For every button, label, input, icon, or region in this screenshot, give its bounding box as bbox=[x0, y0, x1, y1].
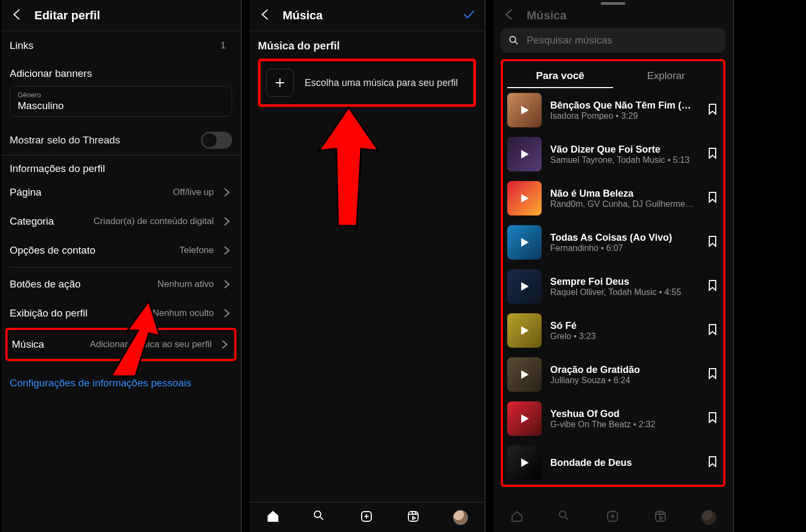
nav-profile-avatar[interactable] bbox=[453, 510, 468, 525]
row-value: 1 bbox=[221, 40, 226, 51]
song-cover bbox=[507, 93, 542, 127]
tab-explore[interactable]: Explorar bbox=[613, 63, 719, 88]
song-row[interactable]: Vão Dizer Que Foi SorteSamuel Tayrone, T… bbox=[507, 132, 719, 176]
behind-bottom-nav bbox=[493, 502, 733, 532]
panel-music-search: Música Música do perfil Para você Explor… bbox=[493, 0, 734, 532]
plus-icon bbox=[266, 69, 294, 97]
row-label: Opções de contato bbox=[10, 245, 179, 256]
play-icon bbox=[507, 93, 542, 127]
song-title: Só Fé bbox=[550, 320, 697, 332]
song-row[interactable]: Bênçãos Que Não Têm Fim (Coun…Isadora Po… bbox=[507, 88, 719, 132]
row-label: Mostrar selo do Threads bbox=[10, 134, 201, 146]
field-value: Masculino bbox=[18, 100, 224, 112]
song-row[interactable]: Oração de GratidãoJulliany Souza • 6:24 bbox=[507, 353, 719, 397]
song-title: Não é Uma Beleza bbox=[550, 188, 697, 199]
personal-info-settings-link[interactable]: Configurações de informações pessoais bbox=[1, 361, 241, 405]
chevron-right-icon bbox=[220, 245, 232, 256]
play-icon bbox=[507, 225, 542, 260]
chevron-right-icon bbox=[218, 339, 230, 350]
row-contato[interactable]: Opções de contato Telefone bbox=[1, 236, 241, 265]
row-botoes-acao[interactable]: Botões de ação Nenhum ativo bbox=[1, 270, 241, 299]
song-meta: Oração de GratidãoJulliany Souza • 6:24 bbox=[550, 364, 697, 385]
bookmark-icon[interactable] bbox=[706, 235, 719, 250]
confirm-icon[interactable] bbox=[462, 8, 476, 24]
song-cover bbox=[507, 313, 542, 348]
song-meta: Sempre Foi DeusRaquel Olliver, Todah Mus… bbox=[550, 276, 697, 297]
row-categoria[interactable]: Categoria Criador(a) de conteúdo digital bbox=[1, 207, 241, 236]
bookmark-icon[interactable] bbox=[706, 411, 719, 426]
nav-home-icon[interactable] bbox=[266, 509, 280, 526]
header-title: Editar perfil bbox=[34, 9, 100, 23]
row-label: Categoria bbox=[10, 215, 93, 227]
row-value: Off/live up bbox=[173, 187, 214, 198]
bookmark-icon[interactable] bbox=[706, 103, 719, 118]
svg-marker-4 bbox=[319, 107, 378, 226]
song-subtitle: Isadora Pompeo • 3:29 bbox=[550, 111, 697, 121]
song-meta: Não é Uma BelezaRand0m, GV Cunha, DJ Gui… bbox=[550, 188, 697, 209]
bookmark-icon[interactable] bbox=[706, 147, 719, 162]
song-row[interactable]: Não é Uma BelezaRand0m, GV Cunha, DJ Gui… bbox=[507, 176, 719, 220]
song-title: Vão Dizer Que Foi Sorte bbox=[550, 144, 697, 155]
play-icon bbox=[507, 401, 542, 436]
nav-add-icon[interactable] bbox=[359, 509, 373, 526]
nav-search-icon bbox=[558, 509, 572, 526]
search-field[interactable] bbox=[526, 34, 718, 47]
song-cover bbox=[507, 269, 542, 304]
highlight-songs: Para você Explorar Bênçãos Que Não Têm F… bbox=[501, 59, 725, 487]
back-icon[interactable] bbox=[10, 8, 24, 24]
song-title: Bondade de Deus bbox=[550, 457, 697, 469]
row-label: Página bbox=[10, 186, 173, 198]
chevron-right-icon bbox=[220, 307, 232, 319]
bookmark-icon[interactable] bbox=[706, 191, 719, 206]
song-title: Bênçãos Que Não Têm Fim (Coun… bbox=[550, 100, 697, 111]
bookmark-icon[interactable] bbox=[706, 367, 719, 382]
song-meta: Só FéGrelo • 3:23 bbox=[550, 320, 697, 341]
song-subtitle: Fernandinho • 6:07 bbox=[550, 243, 697, 253]
tab-for-you[interactable]: Para você bbox=[507, 63, 613, 88]
sheet-handle[interactable] bbox=[601, 2, 625, 5]
play-icon bbox=[507, 269, 542, 304]
row-value: Adicionar música ao seu perfil bbox=[90, 339, 212, 350]
row-musica[interactable]: Música Adicionar música ao seu perfil bbox=[8, 330, 234, 359]
bookmark-icon[interactable] bbox=[706, 279, 719, 294]
nav-add-icon bbox=[606, 509, 620, 526]
song-row[interactable]: Só FéGrelo • 3:23 bbox=[507, 308, 719, 353]
song-row[interactable]: Sempre Foi DeusRaquel Olliver, Todah Mus… bbox=[507, 264, 719, 308]
panel-edit-profile: Editar perfil Links 1 Adicionar banners … bbox=[1, 0, 242, 532]
back-icon[interactable] bbox=[258, 8, 272, 24]
song-row[interactable]: Bondade de Deus bbox=[507, 441, 719, 485]
song-meta: Bênçãos Que Não Têm Fim (Coun…Isadora Po… bbox=[550, 100, 697, 121]
song-cover bbox=[507, 137, 542, 171]
nav-search-icon[interactable] bbox=[313, 509, 327, 526]
section-title: Informações do perfil bbox=[1, 155, 241, 178]
bookmark-icon[interactable] bbox=[706, 455, 719, 470]
row-links[interactable]: Links 1 bbox=[1, 31, 241, 60]
row-value: Criador(a) de conteúdo digital bbox=[93, 216, 214, 227]
search-input[interactable] bbox=[501, 28, 725, 53]
header: Editar perfil bbox=[1, 0, 241, 31]
bottom-nav bbox=[249, 502, 485, 532]
header-title: Música bbox=[283, 9, 323, 23]
row-exibicao[interactable]: Exibição do perfil Nenhum oculto bbox=[1, 299, 241, 328]
song-list: Bênçãos Que Não Têm Fim (Coun…Isadora Po… bbox=[507, 88, 719, 485]
gender-select[interactable]: Gênero Masculino bbox=[10, 86, 232, 117]
panel-music: Música Música do perfil Escolha uma músi… bbox=[249, 0, 486, 532]
row-value: Telefone bbox=[179, 245, 214, 256]
play-icon bbox=[507, 357, 542, 392]
row-label: Exibição do perfil bbox=[10, 307, 153, 319]
bookmark-icon[interactable] bbox=[706, 323, 719, 338]
field-label: Gênero bbox=[18, 91, 224, 100]
song-title: Sempre Foi Deus bbox=[550, 276, 697, 287]
play-icon bbox=[507, 445, 542, 480]
song-row[interactable]: Todas As Coisas (Ao Vivo)Fernandinho • 6… bbox=[507, 220, 719, 264]
nav-reels-icon[interactable] bbox=[406, 509, 420, 526]
song-subtitle: Samuel Tayrone, Todah Music • 5:13 bbox=[550, 155, 697, 165]
song-title: Todas As Coisas (Ao Vivo) bbox=[550, 232, 697, 243]
song-subtitle: G-vibe On The Beatz • 2:32 bbox=[550, 420, 697, 429]
threads-toggle[interactable] bbox=[201, 132, 232, 149]
row-pagina[interactable]: Página Off/live up bbox=[1, 178, 241, 207]
nav-profile-avatar bbox=[701, 510, 716, 525]
song-row[interactable]: Yeshua Of GodG-vibe On The Beatz • 2:32 bbox=[507, 397, 719, 441]
tabs: Para você Explorar bbox=[507, 63, 719, 88]
pick-music-row[interactable]: Escolha uma música para seu perfil bbox=[258, 59, 476, 107]
